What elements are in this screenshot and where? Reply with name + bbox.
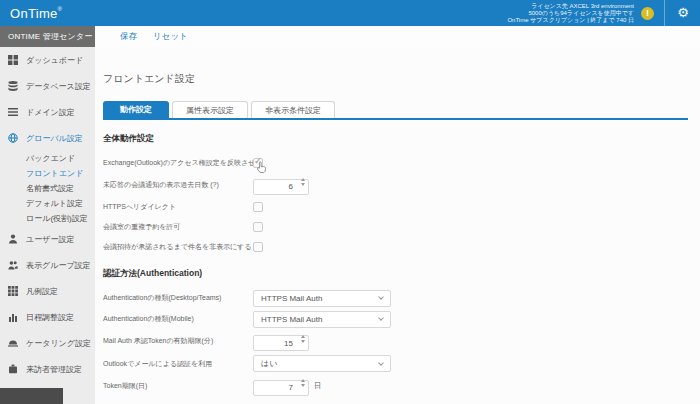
sidebar-item-domain-settings[interactable]: ドメイン設定 bbox=[0, 99, 95, 125]
tab-hidden-condition-settings[interactable]: 非表示条件設定 bbox=[251, 101, 335, 118]
license-line: 5000のうち94ライセンスを使用中です bbox=[507, 10, 634, 17]
select-value: HTTPS Mail Auth bbox=[261, 315, 322, 324]
setting-label: Outlookでメールによる認証を利用 bbox=[103, 359, 253, 369]
license-info: ライセンス先 AXCEL 3rd environment 5000のうち94ライ… bbox=[507, 3, 634, 24]
topbar-right-group: ライセンス先 AXCEL 3rd environment 5000のうち94ライ… bbox=[507, 0, 692, 26]
license-warning-icon[interactable]: ! bbox=[641, 7, 654, 20]
double-booking-checkbox[interactable] bbox=[253, 222, 263, 232]
sidebar-item-label: 表示グループ設定 bbox=[26, 260, 91, 271]
setting-label: HTTPSへリダイレクト bbox=[103, 202, 253, 212]
gear-icon[interactable]: ⚙ bbox=[674, 0, 692, 26]
spinner-up-icon[interactable] bbox=[301, 178, 305, 181]
sidebar-item-role-settings[interactable]: ロール(役割)設定 bbox=[26, 211, 95, 226]
setting-row-double-booking: 会議室の重複予約を許可 bbox=[103, 219, 688, 235]
page-title: フロントエンド設定 bbox=[103, 72, 688, 86]
auth-type-desktop-select[interactable]: HTTPS Mail Auth bbox=[253, 290, 391, 307]
chevron-down-icon bbox=[378, 315, 384, 321]
number-spinner[interactable] bbox=[301, 335, 305, 343]
select-value: HTTPS Mail Auth bbox=[261, 294, 322, 303]
sidebar-item-label: 凡例設定 bbox=[26, 286, 58, 297]
setting-label: 会議招待が承諾されるまで件名を非表示にする bbox=[103, 242, 253, 252]
sidebar-title: ONTIME 管理センター bbox=[0, 26, 95, 47]
globe-icon bbox=[8, 133, 20, 143]
group-icon bbox=[8, 260, 20, 270]
tab-behavior-settings[interactable]: 動作設定 bbox=[103, 101, 169, 118]
topbar-divider bbox=[664, 0, 665, 26]
chevron-down-icon bbox=[378, 360, 384, 366]
number-spinner[interactable] bbox=[301, 379, 305, 387]
catering-dish-icon bbox=[8, 338, 20, 348]
main-panel: 保存 リセット フロントエンド設定 動作設定 属性表示設定 非表示条件設定 全体… bbox=[95, 26, 700, 404]
sidebar-item-legend-settings[interactable]: 凡例設定 bbox=[0, 278, 95, 304]
sidebar-item-label: 来訪者管理設定 bbox=[26, 364, 82, 375]
domain-list-icon bbox=[8, 107, 20, 117]
section-heading-general: 全体動作設定 bbox=[103, 133, 688, 145]
spinner-down-icon[interactable] bbox=[301, 340, 305, 343]
auth-type-mobile-select[interactable]: HTTPS Mail Auth bbox=[253, 311, 391, 328]
sidebar-item-display-group-settings[interactable]: 表示グループ設定 bbox=[0, 252, 95, 278]
setting-row-exchange-acl: Exchange(Outlook)のアクセス権設定を反映させない ✓ bbox=[103, 155, 688, 171]
chevron-down-icon bbox=[378, 294, 384, 300]
sidebar-item-name-format[interactable]: 名前書式設定 bbox=[26, 181, 95, 196]
sidebar-item-backend[interactable]: バックエンド bbox=[26, 151, 95, 166]
license-line: OnTime サブスクリプション | 終了まで 740 日 bbox=[507, 17, 634, 24]
days-unit-label: 日 bbox=[314, 381, 322, 391]
sidebar-item-catering-settings[interactable]: ケータリング設定 bbox=[0, 330, 95, 356]
frontend-settings-content: フロントエンド設定 動作設定 属性表示設定 非表示条件設定 全体動作設定 Exc… bbox=[95, 72, 700, 396]
sidebar-item-visitor-management-settings[interactable]: 来訪者管理設定 bbox=[0, 356, 95, 382]
setting-label: Token期限(日) bbox=[103, 381, 253, 391]
save-button[interactable]: 保存 bbox=[120, 31, 137, 43]
ontime-logo: OnTime® bbox=[10, 6, 62, 21]
logo-registered-mark: ® bbox=[58, 6, 63, 12]
setting-row-token-validity: Mail Auth 承認Tokenの有効期限(分) bbox=[103, 332, 688, 352]
database-icon bbox=[8, 81, 20, 91]
setting-label: Exchange(Outlook)のアクセス権設定を反映させない bbox=[103, 158, 253, 168]
section-heading-authentication: 認証方法(Authentication) bbox=[103, 268, 688, 280]
spinner-down-icon[interactable] bbox=[301, 384, 305, 387]
bar-chart-icon bbox=[8, 312, 20, 322]
sidebar-item-dashboard[interactable]: ダッシュボード bbox=[0, 47, 95, 73]
number-spinner[interactable] bbox=[301, 178, 305, 186]
sidebar-item-label: データベース設定 bbox=[26, 81, 91, 92]
sidebar-nav: ダッシュボード データベース設定 ドメイン設定 グローバル設定 バックエンド フ… bbox=[0, 47, 95, 382]
sidebar-item-label: ユーザー設定 bbox=[26, 234, 74, 245]
visitor-badge-icon bbox=[8, 364, 20, 374]
setting-row-hide-subject: 会議招待が承諾されるまで件名を非表示にする bbox=[103, 239, 688, 255]
setting-row-token-expiry: Token期限(日) 日 bbox=[103, 376, 688, 396]
sidebar-item-default-settings[interactable]: デフォルト設定 bbox=[26, 196, 95, 211]
sidebar-footer bbox=[0, 388, 63, 404]
spinner-up-icon[interactable] bbox=[301, 335, 305, 338]
legend-grid-icon bbox=[8, 286, 20, 296]
setting-label: Mail Auth 承認Tokenの有効期限(分) bbox=[103, 336, 253, 346]
sidebar-item-label: ケータリング設定 bbox=[26, 338, 91, 349]
sidebar: ONTIME 管理センター ダッシュボード データベース設定 ドメイン設定 グロ… bbox=[0, 26, 95, 404]
spinner-up-icon[interactable] bbox=[301, 379, 305, 382]
user-icon bbox=[8, 234, 20, 244]
number-field-wrap bbox=[253, 175, 309, 195]
outlook-mail-auth-select[interactable]: はい bbox=[253, 355, 391, 372]
setting-label: 未応答の会議通知の表示過去日数 (?) bbox=[103, 180, 253, 190]
hide-subject-checkbox[interactable] bbox=[253, 242, 263, 252]
top-header-bar: OnTime® ライセンス先 AXCEL 3rd environment 500… bbox=[0, 0, 700, 26]
setting-row-auth-mobile: Authenticationの種類(Mobile) HTTPS Mail Aut… bbox=[103, 311, 688, 328]
sidebar-item-global-settings[interactable]: グローバル設定 bbox=[0, 125, 95, 151]
sidebar-item-frontend[interactable]: フロントエンド bbox=[26, 166, 95, 181]
sidebar-item-database-settings[interactable]: データベース設定 bbox=[0, 73, 95, 99]
checkmark-icon: ✓ bbox=[254, 156, 262, 166]
https-redirect-checkbox[interactable] bbox=[253, 202, 263, 212]
setting-label: Authenticationの種類(Desktop/Teams) bbox=[103, 293, 253, 303]
action-toolbar: 保存 リセット bbox=[95, 26, 700, 47]
dashboard-icon bbox=[8, 55, 20, 65]
reset-button[interactable]: リセット bbox=[153, 31, 188, 43]
number-field-wrap bbox=[253, 376, 309, 396]
sidebar-item-user-settings[interactable]: ユーザー設定 bbox=[0, 226, 95, 252]
setting-label: 会議室の重複予約を許可 bbox=[103, 222, 253, 232]
select-value: はい bbox=[261, 358, 277, 369]
sidebar-item-schedule-adjust-settings[interactable]: 日程調整設定 bbox=[0, 304, 95, 330]
tab-attribute-display-settings[interactable]: 属性表示設定 bbox=[172, 101, 248, 118]
number-field-wrap bbox=[253, 332, 309, 352]
exchange-acl-checkbox[interactable]: ✓ bbox=[253, 158, 263, 168]
spinner-down-icon[interactable] bbox=[301, 183, 305, 186]
app-window: OnTime® ライセンス先 AXCEL 3rd environment 500… bbox=[0, 0, 700, 404]
sidebar-submenu-global: バックエンド フロントエンド 名前書式設定 デフォルト設定 ロール(役割)設定 bbox=[0, 151, 95, 226]
